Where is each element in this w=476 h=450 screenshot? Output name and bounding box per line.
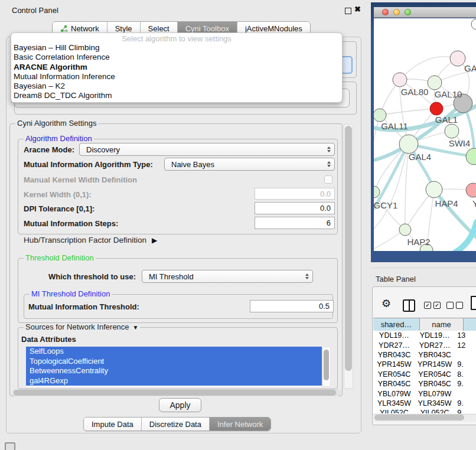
table-row[interactable]: YBR043CYBR043C bbox=[373, 350, 476, 360]
mi-type-label: Mutual Information Algorithm Type: bbox=[24, 160, 153, 169]
tab-discretize-data[interactable]: Discretize Data bbox=[142, 418, 210, 431]
table-row[interactable]: YPR145WYPR145W9. bbox=[373, 360, 476, 369]
docked-panel-icon[interactable] bbox=[5, 442, 15, 450]
network-node[interactable] bbox=[399, 135, 418, 154]
minimize-traffic-light[interactable] bbox=[393, 9, 400, 15]
table-cell: YPR145W bbox=[415, 360, 454, 369]
select-all-checkboxes-icon[interactable]: ✓ ✓ bbox=[424, 302, 441, 309]
mi-threshold-field[interactable]: 0.5 bbox=[250, 300, 334, 312]
algorithm-option[interactable]: Bayesian – K2 bbox=[11, 81, 342, 91]
which-threshold-select[interactable]: MI Threshold bbox=[142, 270, 313, 283]
data-attributes-label: Data Attributes bbox=[21, 335, 76, 344]
column-header-shared-name[interactable]: shared… bbox=[373, 318, 420, 331]
data-attributes-list[interactable]: SelfLoops TopologicalCoefficient Between… bbox=[26, 347, 322, 387]
network-edge-thick[interactable] bbox=[434, 190, 476, 238]
mi-threshold-label: Mutual Information Threshold: bbox=[28, 302, 139, 311]
network-node[interactable] bbox=[374, 109, 386, 122]
table-row[interactable]: YBR045CYBR045C9. bbox=[373, 379, 476, 389]
table-row[interactable]: YBL079WYBL079W bbox=[373, 389, 476, 398]
tab-label: Impute Data bbox=[92, 420, 133, 429]
network-node[interactable] bbox=[445, 124, 459, 138]
table-row[interactable]: YDL19…YDL19…13 bbox=[373, 331, 476, 340]
network-node-label: GCY1 bbox=[374, 200, 397, 210]
mi-steps-label: Mutual Information Steps: bbox=[24, 219, 118, 228]
tab-infer-network[interactable]: Infer Network bbox=[210, 418, 270, 431]
table-row[interactable]: YDR27…YDR27…12 bbox=[373, 340, 476, 350]
gear-icon[interactable]: ⚙ bbox=[382, 297, 391, 310]
table-row[interactable]: YIL052CYIL052C9 bbox=[373, 408, 476, 413]
attribute-item-selected[interactable]: BetweennessCentrality bbox=[26, 366, 322, 376]
network-node[interactable] bbox=[430, 102, 443, 115]
table-cell: YDR27… bbox=[415, 341, 454, 350]
settings-horizontal-scrollbar-thumb[interactable] bbox=[14, 390, 336, 396]
table-body[interactable]: YDL19…YDL19…13YDR27…YDR27…12YBR043CYBR04… bbox=[373, 331, 476, 413]
manual-kernel-label: Manual Kernel Width Definition bbox=[24, 175, 137, 184]
network-graph[interactable]: GALGAL80GAL10GAL1GAL11SWI4GAL4GCY1HAP4YH… bbox=[374, 18, 476, 251]
network-node[interactable] bbox=[428, 76, 442, 90]
mi-threshold-definition-title: MI Threshold Definition bbox=[30, 290, 112, 298]
column-header-name[interactable]: name bbox=[420, 318, 464, 331]
panel-divider bbox=[371, 268, 476, 268]
network-window-titlebar[interactable] bbox=[374, 7, 476, 18]
export-table-icon[interactable] bbox=[471, 296, 476, 310]
table-panel-title: Table Panel bbox=[376, 275, 416, 283]
network-node[interactable] bbox=[399, 224, 411, 236]
checked-box-icon: ✓ bbox=[433, 302, 441, 309]
table-cell: YBL079W bbox=[373, 390, 415, 398]
attribute-item-selected[interactable]: TopologicalCoefficient bbox=[26, 357, 322, 367]
table-row[interactable]: YER054CYER054C8. bbox=[373, 370, 476, 379]
table-cell: YBR043C bbox=[415, 351, 454, 359]
close-window-button[interactable]: ✖ bbox=[354, 5, 361, 14]
network-edge[interactable] bbox=[380, 109, 436, 115]
network-node[interactable] bbox=[393, 73, 407, 87]
apply-button[interactable]: Apply bbox=[159, 398, 201, 412]
algorithm-option-selected[interactable]: ARACNE Algorithm bbox=[11, 63, 342, 72]
aracne-mode-label: Aracne Mode: bbox=[24, 145, 74, 154]
algorithm-option[interactable]: Mutual Information Inference bbox=[11, 72, 342, 81]
mi-type-value: Naive Bayes bbox=[171, 160, 214, 169]
network-node-label: HAP4 bbox=[435, 198, 458, 208]
network-node-label: GAL1 bbox=[435, 115, 458, 125]
threshold-definition-title: Threshold Definition bbox=[24, 254, 96, 262]
tab-label: Select bbox=[148, 24, 169, 33]
attribute-list-scrollbar-thumb[interactable] bbox=[324, 350, 329, 380]
table-cell: 9. bbox=[454, 360, 476, 369]
zoom-traffic-light[interactable] bbox=[405, 9, 411, 15]
table-cell: YBR045C bbox=[373, 380, 415, 388]
network-node[interactable] bbox=[466, 148, 476, 165]
kernel-width-field[interactable]: 0.0 bbox=[255, 188, 335, 200]
algorithm-option[interactable]: Dream8 DC_TDC Algorithm bbox=[11, 91, 342, 100]
hub-definition-expander[interactable]: Hub/Transcription Factor Definition▶ bbox=[24, 236, 157, 244]
table-cell: YLR345W bbox=[415, 399, 454, 407]
attribute-item-selected[interactable]: SelfLoops bbox=[26, 347, 322, 357]
network-edge[interactable] bbox=[400, 57, 458, 80]
sources-title[interactable]: Sources for Network Inference▼ bbox=[24, 323, 140, 332]
network-node[interactable] bbox=[466, 183, 476, 197]
close-traffic-light[interactable] bbox=[382, 9, 389, 15]
tab-impute-data[interactable]: Impute Data bbox=[84, 418, 142, 431]
table-horizontal-scrollbar-thumb[interactable] bbox=[374, 415, 464, 420]
table-row[interactable]: YLR345WYLR345W9. bbox=[373, 399, 476, 408]
float-window-button[interactable] bbox=[345, 8, 351, 14]
dpi-tolerance-field[interactable]: 0.0 bbox=[255, 202, 335, 214]
network-node[interactable] bbox=[471, 19, 476, 30]
network-node-label: GAL bbox=[464, 63, 476, 73]
settings-vertical-scrollbar-thumb[interactable] bbox=[345, 126, 352, 371]
network-node[interactable] bbox=[426, 181, 442, 198]
mi-type-select[interactable]: Naive Bayes bbox=[164, 158, 335, 171]
attribute-item-selected[interactable]: gal4RGexp bbox=[26, 376, 322, 386]
mi-steps-field[interactable]: 6 bbox=[255, 217, 335, 229]
network-canvas[interactable]: GALGAL80GAL10GAL1GAL11SWI4GAL4GCY1HAP4YH… bbox=[374, 18, 476, 251]
column-chooser-icon[interactable] bbox=[403, 299, 415, 312]
table-cell: 9 bbox=[454, 409, 476, 413]
aracne-mode-select[interactable]: Discovery bbox=[79, 143, 335, 156]
deselect-all-checkboxes-icon[interactable] bbox=[446, 302, 463, 309]
algorithm-option[interactable]: Basic Correlation Inference bbox=[11, 53, 342, 62]
column-header-clipped[interactable] bbox=[464, 318, 476, 331]
unchecked-box-icon bbox=[456, 302, 463, 309]
network-node[interactable] bbox=[450, 51, 465, 66]
network-node[interactable] bbox=[374, 186, 380, 198]
algorithm-option[interactable]: Bayesian – Hill Climbing bbox=[11, 43, 342, 53]
expand-right-icon: ▶ bbox=[152, 236, 157, 244]
manual-kernel-checkbox[interactable] bbox=[324, 175, 332, 184]
